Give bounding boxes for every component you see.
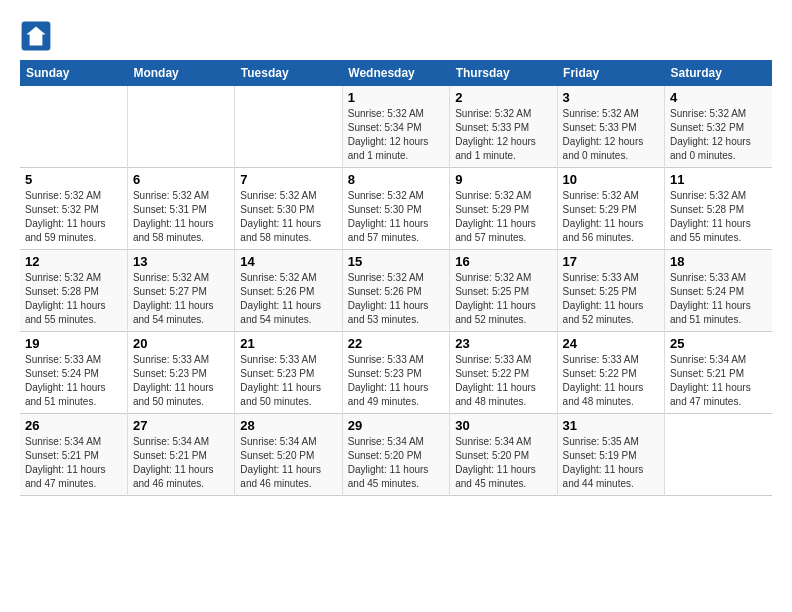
calendar-cell: 16Sunrise: 5:32 AMSunset: 5:25 PMDayligh… <box>450 250 557 332</box>
calendar-cell: 5Sunrise: 5:32 AMSunset: 5:32 PMDaylight… <box>20 168 127 250</box>
day-info: Sunrise: 5:32 AMSunset: 5:28 PMDaylight:… <box>670 189 767 245</box>
day-number: 20 <box>133 336 229 351</box>
day-info: Sunrise: 5:33 AMSunset: 5:24 PMDaylight:… <box>670 271 767 327</box>
calendar-cell: 17Sunrise: 5:33 AMSunset: 5:25 PMDayligh… <box>557 250 664 332</box>
calendar-cell: 8Sunrise: 5:32 AMSunset: 5:30 PMDaylight… <box>342 168 449 250</box>
calendar-cell: 11Sunrise: 5:32 AMSunset: 5:28 PMDayligh… <box>665 168 772 250</box>
calendar-cell: 20Sunrise: 5:33 AMSunset: 5:23 PMDayligh… <box>127 332 234 414</box>
week-row-1: 5Sunrise: 5:32 AMSunset: 5:32 PMDaylight… <box>20 168 772 250</box>
calendar-cell: 6Sunrise: 5:32 AMSunset: 5:31 PMDaylight… <box>127 168 234 250</box>
calendar-cell <box>665 414 772 496</box>
calendar-cell: 1Sunrise: 5:32 AMSunset: 5:34 PMDaylight… <box>342 86 449 168</box>
weekday-monday: Monday <box>127 60 234 86</box>
calendar-cell: 12Sunrise: 5:32 AMSunset: 5:28 PMDayligh… <box>20 250 127 332</box>
day-number: 15 <box>348 254 444 269</box>
calendar-cell: 21Sunrise: 5:33 AMSunset: 5:23 PMDayligh… <box>235 332 342 414</box>
day-info: Sunrise: 5:32 AMSunset: 5:32 PMDaylight:… <box>25 189 122 245</box>
day-number: 7 <box>240 172 336 187</box>
day-info: Sunrise: 5:34 AMSunset: 5:21 PMDaylight:… <box>133 435 229 491</box>
day-number: 9 <box>455 172 551 187</box>
day-number: 16 <box>455 254 551 269</box>
day-number: 30 <box>455 418 551 433</box>
calendar-cell <box>127 86 234 168</box>
day-number: 1 <box>348 90 444 105</box>
day-number: 17 <box>563 254 659 269</box>
calendar-cell: 13Sunrise: 5:32 AMSunset: 5:27 PMDayligh… <box>127 250 234 332</box>
weekday-sunday: Sunday <box>20 60 127 86</box>
calendar-cell: 14Sunrise: 5:32 AMSunset: 5:26 PMDayligh… <box>235 250 342 332</box>
day-info: Sunrise: 5:33 AMSunset: 5:22 PMDaylight:… <box>563 353 659 409</box>
day-info: Sunrise: 5:33 AMSunset: 5:22 PMDaylight:… <box>455 353 551 409</box>
logo <box>20 20 56 52</box>
day-number: 21 <box>240 336 336 351</box>
day-number: 13 <box>133 254 229 269</box>
day-number: 10 <box>563 172 659 187</box>
calendar-cell: 22Sunrise: 5:33 AMSunset: 5:23 PMDayligh… <box>342 332 449 414</box>
calendar-cell <box>20 86 127 168</box>
day-info: Sunrise: 5:34 AMSunset: 5:21 PMDaylight:… <box>25 435 122 491</box>
calendar-cell: 25Sunrise: 5:34 AMSunset: 5:21 PMDayligh… <box>665 332 772 414</box>
day-info: Sunrise: 5:32 AMSunset: 5:26 PMDaylight:… <box>240 271 336 327</box>
calendar-cell <box>235 86 342 168</box>
calendar-cell: 9Sunrise: 5:32 AMSunset: 5:29 PMDaylight… <box>450 168 557 250</box>
calendar-cell: 24Sunrise: 5:33 AMSunset: 5:22 PMDayligh… <box>557 332 664 414</box>
day-info: Sunrise: 5:32 AMSunset: 5:30 PMDaylight:… <box>348 189 444 245</box>
weekday-tuesday: Tuesday <box>235 60 342 86</box>
calendar-cell: 3Sunrise: 5:32 AMSunset: 5:33 PMDaylight… <box>557 86 664 168</box>
day-info: Sunrise: 5:32 AMSunset: 5:32 PMDaylight:… <box>670 107 767 163</box>
day-number: 8 <box>348 172 444 187</box>
day-number: 22 <box>348 336 444 351</box>
week-row-4: 26Sunrise: 5:34 AMSunset: 5:21 PMDayligh… <box>20 414 772 496</box>
day-info: Sunrise: 5:32 AMSunset: 5:33 PMDaylight:… <box>563 107 659 163</box>
day-number: 3 <box>563 90 659 105</box>
day-number: 2 <box>455 90 551 105</box>
day-info: Sunrise: 5:32 AMSunset: 5:26 PMDaylight:… <box>348 271 444 327</box>
day-number: 23 <box>455 336 551 351</box>
day-info: Sunrise: 5:32 AMSunset: 5:34 PMDaylight:… <box>348 107 444 163</box>
day-number: 19 <box>25 336 122 351</box>
day-info: Sunrise: 5:33 AMSunset: 5:24 PMDaylight:… <box>25 353 122 409</box>
calendar-body: 1Sunrise: 5:32 AMSunset: 5:34 PMDaylight… <box>20 86 772 496</box>
calendar-cell: 18Sunrise: 5:33 AMSunset: 5:24 PMDayligh… <box>665 250 772 332</box>
day-number: 14 <box>240 254 336 269</box>
day-number: 12 <box>25 254 122 269</box>
page-header <box>20 20 772 52</box>
day-info: Sunrise: 5:34 AMSunset: 5:20 PMDaylight:… <box>348 435 444 491</box>
day-number: 18 <box>670 254 767 269</box>
day-info: Sunrise: 5:35 AMSunset: 5:19 PMDaylight:… <box>563 435 659 491</box>
day-info: Sunrise: 5:32 AMSunset: 5:25 PMDaylight:… <box>455 271 551 327</box>
day-info: Sunrise: 5:33 AMSunset: 5:23 PMDaylight:… <box>240 353 336 409</box>
logo-icon <box>20 20 52 52</box>
day-info: Sunrise: 5:34 AMSunset: 5:20 PMDaylight:… <box>240 435 336 491</box>
calendar-cell: 7Sunrise: 5:32 AMSunset: 5:30 PMDaylight… <box>235 168 342 250</box>
day-info: Sunrise: 5:32 AMSunset: 5:29 PMDaylight:… <box>455 189 551 245</box>
calendar-cell: 30Sunrise: 5:34 AMSunset: 5:20 PMDayligh… <box>450 414 557 496</box>
day-number: 5 <box>25 172 122 187</box>
day-info: Sunrise: 5:32 AMSunset: 5:28 PMDaylight:… <box>25 271 122 327</box>
day-info: Sunrise: 5:32 AMSunset: 5:29 PMDaylight:… <box>563 189 659 245</box>
calendar-cell: 28Sunrise: 5:34 AMSunset: 5:20 PMDayligh… <box>235 414 342 496</box>
calendar-cell: 27Sunrise: 5:34 AMSunset: 5:21 PMDayligh… <box>127 414 234 496</box>
day-info: Sunrise: 5:32 AMSunset: 5:30 PMDaylight:… <box>240 189 336 245</box>
calendar-table: SundayMondayTuesdayWednesdayThursdayFrid… <box>20 60 772 496</box>
day-info: Sunrise: 5:32 AMSunset: 5:31 PMDaylight:… <box>133 189 229 245</box>
day-number: 29 <box>348 418 444 433</box>
day-number: 25 <box>670 336 767 351</box>
week-row-0: 1Sunrise: 5:32 AMSunset: 5:34 PMDaylight… <box>20 86 772 168</box>
day-number: 6 <box>133 172 229 187</box>
week-row-3: 19Sunrise: 5:33 AMSunset: 5:24 PMDayligh… <box>20 332 772 414</box>
calendar-cell: 23Sunrise: 5:33 AMSunset: 5:22 PMDayligh… <box>450 332 557 414</box>
calendar-cell: 29Sunrise: 5:34 AMSunset: 5:20 PMDayligh… <box>342 414 449 496</box>
day-info: Sunrise: 5:33 AMSunset: 5:23 PMDaylight:… <box>133 353 229 409</box>
calendar-cell: 31Sunrise: 5:35 AMSunset: 5:19 PMDayligh… <box>557 414 664 496</box>
day-number: 27 <box>133 418 229 433</box>
day-number: 24 <box>563 336 659 351</box>
day-info: Sunrise: 5:34 AMSunset: 5:20 PMDaylight:… <box>455 435 551 491</box>
weekday-saturday: Saturday <box>665 60 772 86</box>
day-info: Sunrise: 5:32 AMSunset: 5:27 PMDaylight:… <box>133 271 229 327</box>
calendar-cell: 19Sunrise: 5:33 AMSunset: 5:24 PMDayligh… <box>20 332 127 414</box>
weekday-thursday: Thursday <box>450 60 557 86</box>
calendar-cell: 10Sunrise: 5:32 AMSunset: 5:29 PMDayligh… <box>557 168 664 250</box>
day-info: Sunrise: 5:33 AMSunset: 5:23 PMDaylight:… <box>348 353 444 409</box>
weekday-header-row: SundayMondayTuesdayWednesdayThursdayFrid… <box>20 60 772 86</box>
